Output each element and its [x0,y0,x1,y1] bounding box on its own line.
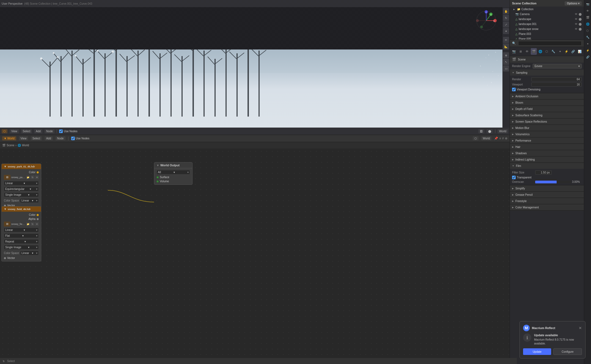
hdr1-color-socket[interactable] [37,171,39,173]
hdr1-interpolation-row[interactable]: Linear▾ [2,180,41,186]
film-transparent-row[interactable]: Transparent [512,175,582,180]
indirect-lighting-header[interactable]: ▶ Indirect Lighting [510,156,584,162]
bloom-header[interactable]: ▶ Bloom [510,100,584,106]
breadcrumb-world[interactable]: World [22,144,29,147]
hdr2-colorspace-dd[interactable]: Linear▾ [20,251,39,255]
ri-scene-icon[interactable]: 🎬 [585,14,591,20]
sampling-render-input[interactable] [531,77,582,81]
pi-data-icon[interactable]: 📊 [577,48,583,55]
collection-item-camera[interactable]: 📷 Camera 👁 ⬤ [513,12,584,16]
hdr2-file-row[interactable]: 🖼 snowy_field_4k.h... 📁 ↻ ✕ [2,221,41,227]
ri-view-icon[interactable]: 👁 [585,8,591,14]
world-output-node[interactable]: ▼ World Output All ▾ Surface [154,162,193,185]
color-management-header[interactable]: ▶ Color Management [510,204,584,210]
hdr1-colorspace-dd[interactable]: Linear▾ [20,198,39,203]
viewport-shading-btn[interactable]: ⬤ [486,129,493,133]
viewport-add-btn[interactable]: Add [34,129,42,133]
use-nodes-checkbox[interactable] [59,129,63,133]
coll-render-snow[interactable]: ⬤ [579,27,582,31]
collection-item-plane005[interactable]: △ Plane.005 [513,36,584,40]
ri-render-icon[interactable]: 📷 [585,1,591,7]
coll-render-landscape[interactable]: ⬤ [579,18,582,21]
viewport-select-btn[interactable]: Select [21,129,32,133]
viewport-view-btn[interactable]: View [10,129,19,133]
hdr1-reload-btn[interactable]: ↻ [31,175,34,179]
viewport-tool-annotate[interactable]: ✏ [503,37,509,43]
hdr2-repeat-row[interactable]: Repeat▾ [2,239,41,244]
collection-item-plane003[interactable]: △ Plane.003 [513,31,584,36]
ne-world-name[interactable]: World [481,136,492,140]
freestyle-header[interactable]: ▶ Freestyle [510,198,584,204]
film-transparent-cb[interactable] [512,176,516,179]
hdr1-projection-row[interactable]: Equirectangular▾ [2,186,41,192]
grease-pencil-header[interactable]: ▶ Grease Pencil [510,192,584,198]
hdr2-repeat-dd[interactable]: Repeat▾ [4,239,39,244]
collection-item-landscape[interactable]: △ landscape 👁 ⬤ [513,16,584,21]
ne-world-selector[interactable]: ⬡ [473,136,479,140]
hdr1-node[interactable]: ▼ snowy_park_01_4k.hdr Color 🖼 snowy_par… [1,164,41,209]
viewport-node-btn[interactable]: Node [45,129,54,133]
world-output-surface-socket[interactable] [156,176,159,178]
hdr2-unlink-btn[interactable]: ✕ [35,222,39,226]
world-output-all-row[interactable]: All ▾ [154,169,192,175]
viewport-tool-select[interactable]: ↖ [503,59,509,65]
ne-pin-icon[interactable]: 📌 [494,137,498,140]
hdr1-unlink-btn[interactable]: ✕ [35,175,39,179]
ne-grid-icon[interactable]: # [502,137,504,140]
motion-blur-header[interactable]: ▶ Motion Blur [510,125,584,131]
film-header[interactable]: ▼ Film [510,163,584,169]
viewport-tool-rotate[interactable]: ↻ [503,15,509,21]
popup-configure-btn[interactable]: Configure [553,348,582,355]
film-filter-input[interactable]: 1.50 px [535,170,552,175]
pi-render-icon[interactable]: 📷 [511,48,517,55]
coll-render-camera[interactable]: ⬤ [579,13,582,16]
ri-world-icon[interactable]: 🌐 [585,21,591,27]
viewport-render-mode-btn[interactable]: 🖼 [478,129,484,133]
popup-close-btn[interactable]: ✕ [579,326,582,330]
hdr2-color-socket[interactable] [37,214,39,216]
viewport-tool-measure[interactable]: 📐 [503,43,509,49]
pi-particles-icon[interactable]: ✦ [557,48,563,55]
hdr2-node[interactable]: ▼ snowy_field_4k.hdr Color Alpha [1,206,41,261]
hdr1-singleimage-dd[interactable]: Single Image▾ [4,192,39,197]
viewport-tool-box[interactable]: ▭ [503,65,509,71]
pi-constraints-icon[interactable]: 🔗 [570,48,576,55]
ri-object-icon[interactable]: ⬡ [585,27,591,34]
hdr2-singleimage-dd[interactable]: Single Image▾ [4,245,39,250]
node-select-btn[interactable]: Select [31,136,42,140]
subsurface-header[interactable]: ▶ Subsurface Scattering [510,112,584,118]
node-view-btn[interactable]: View [19,136,28,140]
node-add-btn[interactable]: Add [45,136,53,140]
pi-output-icon[interactable]: 🖥 [518,48,524,55]
hdr2-source-row[interactable]: Single Image▾ [2,244,41,250]
viewport-tool-add[interactable]: ⊕ [503,52,509,58]
coll-eye-camera[interactable]: 👁 [575,13,578,16]
shadows-header[interactable]: ▶ Shadows [510,150,584,156]
viewport-denoising-label[interactable]: Viewport Denoising [512,88,540,91]
pi-physics-icon[interactable]: ⚡ [563,48,570,55]
pi-modifier-icon[interactable]: 🔧 [550,48,556,55]
hdr2-alpha-socket[interactable] [37,218,39,220]
pi-view-icon[interactable]: 👁 [524,48,530,55]
render-engine-dropdown[interactable]: Eevee ▾ [533,64,582,68]
ne-overlay-icon[interactable]: ≡ [499,137,501,140]
node-world-btn[interactable]: ▼ World [2,136,16,140]
ri-modifier-icon[interactable]: 🔧 [585,34,591,40]
hdr2-reload-btn[interactable]: ↻ [31,222,34,226]
collection-options-btn[interactable]: Options ▾ [565,1,582,5]
depth-of-field-header[interactable]: ▶ Depth of Field [510,106,584,112]
hair-header[interactable]: ▶ Hair [510,144,584,150]
hdr1-file-row[interactable]: 🖼 snowy_park_01_... 📁 ↻ ✕ [2,174,41,180]
use-nodes-label[interactable]: Use Nodes [59,129,77,133]
sampling-viewport-input[interactable] [531,82,582,87]
pi-scene-icon[interactable]: 🎬 [531,48,537,55]
viewport-world-dropdown[interactable]: World [497,129,508,133]
coll-render-land001[interactable]: ⬤ [579,23,582,26]
collection-item-landscape001[interactable]: △ landscape.001 👁 ⬤ [513,21,584,26]
ambient-occlusion-header[interactable]: ▶ Ambient Occlusion [510,93,584,99]
pi-world-icon[interactable]: 🌐 [537,48,543,55]
hdr1-source-row[interactable]: Single Image▾ [2,192,41,198]
coll-eye-snow[interactable]: 👁 [575,27,578,31]
collection-item-collection[interactable]: ▸ 📁 Collection [510,7,584,12]
performance-header[interactable]: ▶ Performance [510,137,584,144]
